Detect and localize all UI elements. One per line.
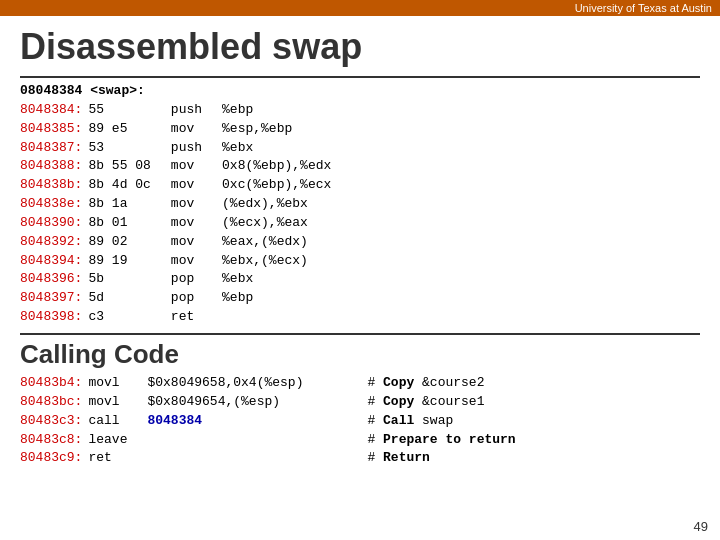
calling-code-heading: Calling Code bbox=[20, 333, 700, 370]
page-title: Disassembled swap bbox=[20, 26, 700, 68]
row-instr: movl bbox=[88, 393, 147, 412]
row-ops: (%ecx),%eax bbox=[222, 214, 335, 233]
row-mnem: pop bbox=[171, 289, 222, 308]
row-mnem: pop bbox=[171, 270, 222, 289]
row-hex: c3 bbox=[88, 308, 170, 327]
row-hex: 8b 55 08 bbox=[88, 157, 170, 176]
row-instr: ret bbox=[88, 449, 147, 468]
row-hex: 89 19 bbox=[88, 252, 170, 271]
row-mnem: mov bbox=[171, 157, 222, 176]
row-instr: movl bbox=[88, 374, 147, 393]
table-row: 8048390: 8b 01 mov (%ecx),%eax bbox=[20, 214, 335, 233]
row-ops: %ebp bbox=[222, 101, 335, 120]
row-hex: 89 02 bbox=[88, 233, 170, 252]
highlight-operand: 8048384 bbox=[147, 413, 202, 428]
row-comment: # Return bbox=[367, 449, 519, 468]
row-addr: 804838e: bbox=[20, 195, 88, 214]
row-ops: %esp,%ebp bbox=[222, 120, 335, 139]
disassembly-section: 08048384 <swap>: 8048384: 55 push %ebp 8… bbox=[20, 76, 700, 327]
table-row: 80483c9: ret # Return bbox=[20, 449, 520, 468]
row-hex: 55 bbox=[88, 101, 170, 120]
table-row: 80483b4: movl $0x8049658,0x4(%esp) # Cop… bbox=[20, 374, 520, 393]
table-row: 8048384: 55 push %ebp bbox=[20, 101, 335, 120]
table-row: 8048397: 5d pop %ebp bbox=[20, 289, 335, 308]
row-addr: 8048396: bbox=[20, 270, 88, 289]
table-row: 8048388: 8b 55 08 mov 0x8(%ebp),%edx bbox=[20, 157, 335, 176]
main-content: Disassembled swap 08048384 <swap>: 80483… bbox=[0, 16, 720, 478]
row-addr: 80483bc: bbox=[20, 393, 88, 412]
row-instr: call bbox=[88, 412, 147, 431]
row-comment: # Copy &course2 bbox=[367, 374, 519, 393]
row-addr: 80483b4: bbox=[20, 374, 88, 393]
row-addr: 8048398: bbox=[20, 308, 88, 327]
row-hex: 5b bbox=[88, 270, 170, 289]
row-ops: %ebx bbox=[222, 270, 335, 289]
university-name: University of Texas at Austin bbox=[575, 2, 712, 14]
row-addr: 80483c9: bbox=[20, 449, 88, 468]
row-addr: 8048394: bbox=[20, 252, 88, 271]
header-bar: University of Texas at Austin bbox=[0, 0, 720, 16]
row-hex: 8b 4d 0c bbox=[88, 176, 170, 195]
table-row: 8048387: 53 push %ebx bbox=[20, 139, 335, 158]
row-addr: 8048385: bbox=[20, 120, 88, 139]
calling-code-table: 80483b4: movl $0x8049658,0x4(%esp) # Cop… bbox=[20, 374, 520, 468]
row-hex: 8b 1a bbox=[88, 195, 170, 214]
row-addr: 80483c8: bbox=[20, 431, 88, 450]
row-mnem: mov bbox=[171, 252, 222, 271]
row-addr: 8048397: bbox=[20, 289, 88, 308]
table-row: 804838e: 8b 1a mov (%edx),%ebx bbox=[20, 195, 335, 214]
row-mnem: push bbox=[171, 139, 222, 158]
row-ops: 0xc(%ebp),%ecx bbox=[222, 176, 335, 195]
row-ops bbox=[147, 449, 367, 468]
row-comment: # Prepare to return bbox=[367, 431, 519, 450]
table-row: 804838b: 8b 4d 0c mov 0xc(%ebp),%ecx bbox=[20, 176, 335, 195]
table-row: 8048394: 89 19 mov %ebx,(%ecx) bbox=[20, 252, 335, 271]
row-mnem: push bbox=[171, 101, 222, 120]
row-addr: 8048388: bbox=[20, 157, 88, 176]
row-hex: 5d bbox=[88, 289, 170, 308]
page-number: 49 bbox=[694, 519, 708, 534]
table-row: 80483c8: leave # Prepare to return bbox=[20, 431, 520, 450]
row-ops: 8048384 bbox=[147, 412, 367, 431]
row-mnem: mov bbox=[171, 120, 222, 139]
row-ops: %eax,(%edx) bbox=[222, 233, 335, 252]
row-addr: 8048384: bbox=[20, 101, 88, 120]
row-mnem: mov bbox=[171, 176, 222, 195]
row-mnem: mov bbox=[171, 233, 222, 252]
row-comment: # Copy &course1 bbox=[367, 393, 519, 412]
row-comment: # Call swap bbox=[367, 412, 519, 431]
table-row: 80483c3: call 8048384 # Call swap bbox=[20, 412, 520, 431]
table-row: 8048392: 89 02 mov %eax,(%edx) bbox=[20, 233, 335, 252]
row-ops: 0x8(%ebp),%edx bbox=[222, 157, 335, 176]
row-mnem: mov bbox=[171, 195, 222, 214]
row-ops bbox=[147, 431, 367, 450]
table-row: 8048398: c3 ret bbox=[20, 308, 335, 327]
row-instr: leave bbox=[88, 431, 147, 450]
row-hex: 8b 01 bbox=[88, 214, 170, 233]
row-ops: $0x8049658,0x4(%esp) bbox=[147, 374, 367, 393]
row-ops: %ebx,(%ecx) bbox=[222, 252, 335, 271]
row-ops: $0x8049654,(%esp) bbox=[147, 393, 367, 412]
row-addr: 804838b: bbox=[20, 176, 88, 195]
row-addr: 8048387: bbox=[20, 139, 88, 158]
disassembly-table: 8048384: 55 push %ebp 8048385: 89 e5 mov… bbox=[20, 101, 335, 327]
row-hex: 53 bbox=[88, 139, 170, 158]
row-addr: 80483c3: bbox=[20, 412, 88, 431]
row-addr: 8048390: bbox=[20, 214, 88, 233]
row-ops: %ebp bbox=[222, 289, 335, 308]
table-row: 80483bc: movl $0x8049654,(%esp) # Copy &… bbox=[20, 393, 520, 412]
row-ops: (%edx),%ebx bbox=[222, 195, 335, 214]
row-mnem: ret bbox=[171, 308, 222, 327]
table-row: 8048396: 5b pop %ebx bbox=[20, 270, 335, 289]
row-addr: 8048392: bbox=[20, 233, 88, 252]
row-mnem: mov bbox=[171, 214, 222, 233]
swap-label: 08048384 <swap>: bbox=[20, 83, 145, 98]
table-row: 8048385: 89 e5 mov %esp,%ebp bbox=[20, 120, 335, 139]
row-ops bbox=[222, 308, 335, 327]
row-ops: %ebx bbox=[222, 139, 335, 158]
row-hex: 89 e5 bbox=[88, 120, 170, 139]
